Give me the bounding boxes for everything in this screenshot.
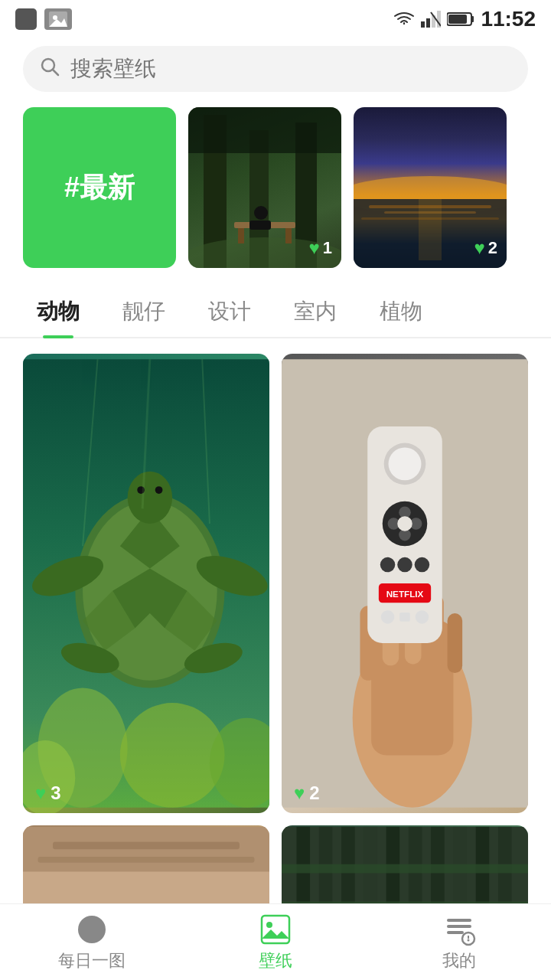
svg-point-77 — [381, 610, 395, 624]
heart-icon-1: ♥ — [309, 237, 320, 259]
daily-icon — [75, 913, 109, 946]
status-icon-image — [44, 8, 72, 30]
svg-rect-9 — [471, 16, 474, 22]
tab-interior[interactable]: 室内 — [272, 286, 358, 337]
tab-design[interactable]: 设计 — [187, 286, 272, 337]
svg-point-94 — [266, 922, 272, 928]
svg-point-41 — [128, 472, 173, 524]
wallpaper-icon — [259, 913, 292, 946]
featured-tag-card[interactable]: #最新 — [23, 107, 176, 268]
svg-rect-20 — [285, 228, 292, 243]
svg-rect-62 — [448, 613, 463, 673]
like-badge-1: ♥ 1 — [309, 237, 333, 259]
grid-item-turtle[interactable]: ♥ 3 — [23, 354, 269, 813]
featured-image-1[interactable]: ♥ 1 — [188, 107, 341, 268]
svg-point-73 — [397, 557, 412, 573]
svg-rect-98 — [447, 931, 464, 934]
image-col-left: ♥ 3 — [23, 354, 269, 948]
svg-point-79 — [416, 610, 429, 624]
svg-point-32 — [120, 703, 225, 808]
tab-animals[interactable]: 动物 — [15, 286, 101, 337]
svg-rect-91 — [282, 864, 528, 874]
tab-plants[interactable]: 植物 — [358, 286, 444, 337]
heart-icon-2: ♥ — [474, 237, 485, 259]
like-badge-2: ♥ 2 — [474, 237, 498, 259]
svg-point-72 — [380, 557, 396, 573]
turtle-like-count: 3 — [51, 782, 60, 804]
svg-point-65 — [389, 447, 422, 480]
svg-rect-10 — [448, 15, 467, 24]
status-icon-square — [15, 8, 37, 30]
nav-label-daily: 每日一图 — [58, 949, 126, 972]
svg-point-21 — [254, 206, 268, 220]
category-tabs: 动物 靓仔 设计 室内 植物 — [0, 286, 551, 338]
search-icon — [40, 57, 60, 81]
grid-item-remote[interactable]: NETFLIX ♥ 2 — [282, 354, 528, 813]
image-grid: ♥ 3 — [0, 354, 551, 948]
svg-rect-54 — [38, 857, 255, 863]
signal-icon — [421, 11, 441, 28]
nav-item-mine[interactable]: 我的 — [367, 913, 551, 972]
like-badge-turtle: ♥ 3 — [35, 782, 61, 804]
wifi-icon — [393, 11, 415, 28]
search-bar[interactable] — [23, 46, 528, 92]
featured-tag-label: #最新 — [64, 169, 135, 207]
nav-item-daily[interactable]: 每日一图 — [0, 913, 184, 972]
svg-rect-16 — [188, 107, 341, 153]
svg-rect-97 — [447, 925, 471, 928]
svg-rect-4 — [426, 18, 430, 28]
featured-row: #最新 ♥ 1 — [0, 107, 551, 268]
nav-item-wallpaper[interactable]: 壁纸 — [184, 913, 367, 972]
svg-point-71 — [397, 516, 412, 531]
nav-label-wallpaper: 壁纸 — [259, 949, 292, 972]
svg-point-43 — [155, 486, 163, 494]
svg-rect-53 — [53, 841, 240, 849]
mine-icon — [442, 913, 476, 946]
svg-marker-95 — [262, 929, 289, 939]
svg-rect-78 — [399, 612, 410, 622]
search-input[interactable] — [70, 57, 511, 81]
svg-point-74 — [415, 557, 430, 573]
remote-like-count: 2 — [309, 782, 319, 804]
battery-icon — [447, 11, 474, 27]
status-left-icons — [15, 8, 72, 30]
svg-rect-19 — [238, 228, 244, 243]
nav-label-mine: 我的 — [442, 949, 476, 972]
svg-rect-22 — [249, 220, 271, 230]
like-badge-remote: ♥ 2 — [294, 782, 320, 804]
heart-icon-remote: ♥ — [294, 782, 305, 804]
svg-rect-29 — [419, 199, 442, 260]
svg-text:NETFLIX: NETFLIX — [386, 589, 424, 599]
featured-image-2[interactable]: ♥ 2 — [354, 107, 507, 268]
bottom-nav: 每日一图 壁纸 我的 — [0, 903, 551, 980]
status-right-area: 11:52 — [393, 7, 536, 31]
status-bar: 11:52 — [0, 0, 551, 38]
svg-rect-96 — [447, 919, 471, 922]
status-time: 11:52 — [481, 7, 536, 31]
tab-handsome[interactable]: 靓仔 — [101, 286, 187, 337]
svg-rect-3 — [421, 21, 425, 28]
svg-line-12 — [53, 70, 58, 75]
image-col-right: NETFLIX ♥ 2 — [282, 354, 528, 948]
svg-point-101 — [468, 939, 470, 941]
svg-rect-93 — [262, 916, 289, 943]
heart-icon-turtle: ♥ — [35, 782, 46, 804]
